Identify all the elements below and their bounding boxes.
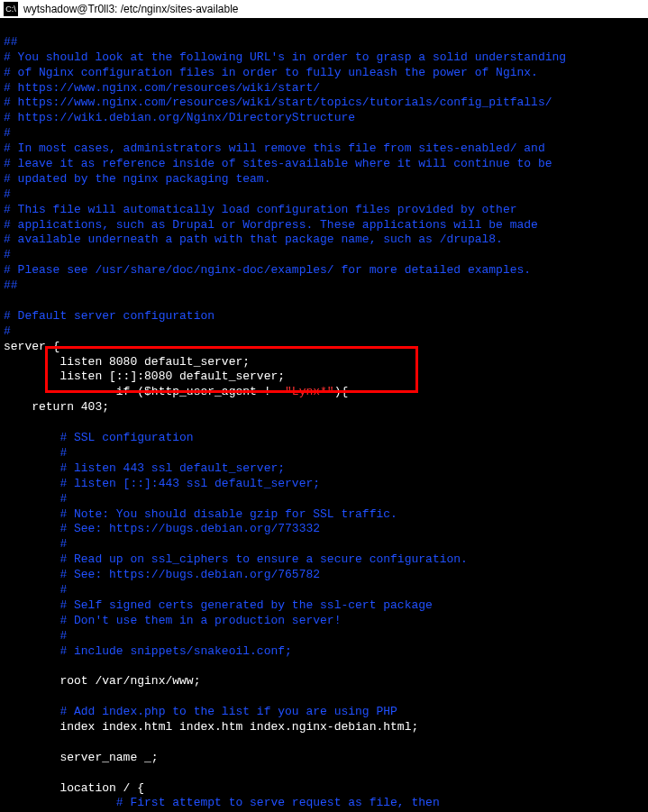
config-line: return 403; (4, 400, 109, 414)
config-comment: # (4, 126, 11, 140)
config-comment: # You should look at the following URL's… (4, 50, 566, 64)
config-comment: # First attempt to serve request as file… (4, 796, 440, 809)
config-line: listen [::]:8080 default_server; (4, 370, 285, 383)
config-comment: # available underneath a path with that … (4, 233, 503, 246)
config-line: root /var/nginx/www; (4, 674, 200, 688)
config-comment: # This file will automatically load conf… (4, 203, 517, 216)
config-line: location / { (4, 781, 144, 795)
config-comment: # applications, such as Drupal or Wordpr… (4, 218, 538, 232)
config-comment: # See: https://bugs.debian.org/773332 (4, 522, 320, 535)
config-comment: # See: https://bugs.debian.org/765782 (4, 568, 320, 581)
window-title: wytshadow@Tr0ll3: /etc/nginx/sites-avail… (23, 3, 239, 15)
config-line: server_name _; (4, 751, 159, 764)
config-comment: # (4, 248, 11, 261)
config-comment: # include snippets/snakeoil.conf; (4, 644, 292, 658)
config-line: ){ (334, 385, 349, 398)
window-titlebar: C:\ wytshadow@Tr0ll3: /etc/nginx/sites-a… (0, 0, 648, 18)
config-comment: # (4, 446, 67, 460)
terminal-icon: C:\ (4, 2, 18, 16)
config-comment: # https://www.nginx.com/resources/wiki/s… (4, 96, 552, 109)
config-comment: # Default server configuration (4, 309, 214, 323)
config-comment: # (4, 187, 11, 201)
config-comment: # https://wiki.debian.org/Nginx/Director… (4, 111, 355, 124)
config-comment: ## (4, 35, 18, 49)
config-comment: # Note: You should disable gzip for SSL … (4, 507, 397, 521)
config-comment: # (4, 629, 67, 643)
config-comment: # Please see /usr/share/doc/nginx-doc/ex… (4, 263, 531, 277)
lynx-string: "Lynx*" (285, 385, 334, 398)
config-comment: ## (4, 278, 18, 292)
config-comment: # https://www.nginx.com/resources/wiki/s… (4, 81, 320, 95)
config-comment: # Add index.php to the list if you are u… (4, 705, 397, 718)
config-comment: # In most cases, administrators will rem… (4, 141, 545, 155)
config-comment: # Don't use them in a production server! (4, 614, 341, 627)
config-comment: # of Nginx configuration files in order … (4, 66, 538, 79)
config-comment: # (4, 492, 67, 506)
config-comment: # (4, 537, 67, 551)
config-comment: # listen 443 ssl default_server; (4, 461, 285, 475)
config-line: listen 8080 default_server; (4, 355, 250, 369)
config-comment: # (4, 583, 67, 597)
config-comment: # Self signed certs generated by the ssl… (4, 598, 433, 612)
config-line: index index.html index.htm index.nginx-d… (4, 720, 418, 734)
config-comment: # SSL configuration (4, 431, 194, 444)
config-comment: # Read up on ssl_ciphers to ensure a sec… (4, 552, 468, 566)
config-comment: # leave it as reference inside of sites-… (4, 157, 552, 170)
config-comment: # updated by the nginx packaging team. (4, 172, 270, 186)
config-line: if ($http_user_agent !~ (4, 385, 285, 398)
config-line: server { (4, 340, 59, 353)
terminal-content[interactable]: ## # You should look at the following UR… (0, 18, 648, 812)
config-comment: # (4, 324, 11, 338)
config-comment: # listen [::]:443 ssl default_server; (4, 477, 320, 490)
